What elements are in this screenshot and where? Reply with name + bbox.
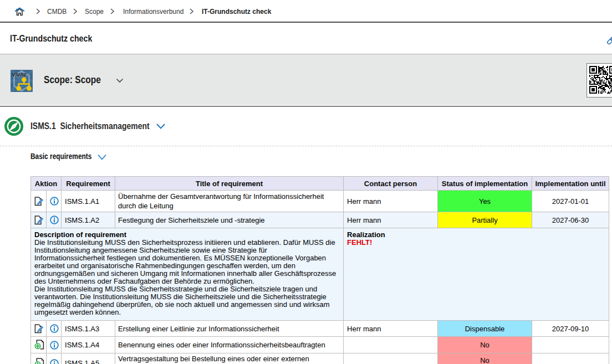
svg-text:VIVA2: VIVA2 xyxy=(12,71,27,78)
